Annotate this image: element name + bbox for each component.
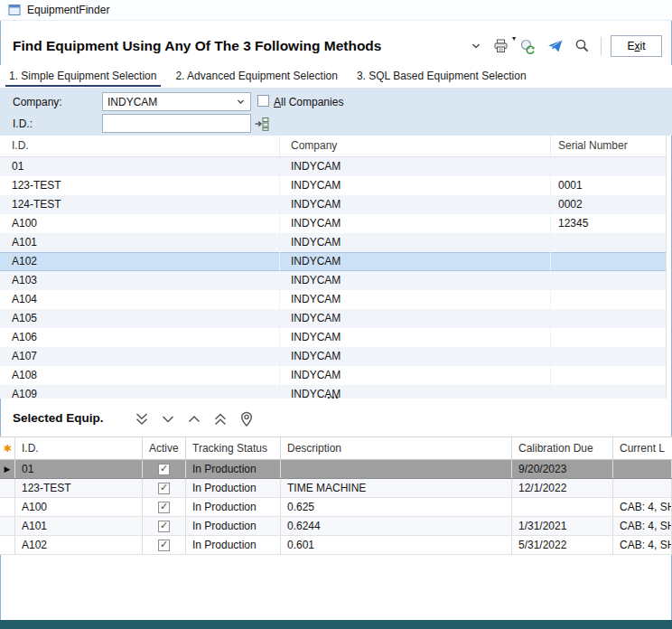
- move-down-button[interactable]: [156, 408, 179, 430]
- company-dropdown[interactable]: INDYCAM: [102, 92, 251, 111]
- page-title: Find Equipment Using Any Of The 3 Follow…: [13, 38, 381, 54]
- equipment-row[interactable]: 124-TESTINDYCAM0002: [0, 195, 666, 214]
- column-header-calibration-due[interactable]: Calibration Due: [512, 437, 613, 459]
- column-header-id[interactable]: I.D.: [0, 136, 280, 156]
- cell-company: INDYCAM: [280, 328, 551, 347]
- search-icon: [574, 38, 590, 53]
- locate-button[interactable]: [235, 408, 257, 430]
- company-label: Company:: [13, 96, 62, 108]
- all-companies-label: All Companies: [274, 96, 343, 108]
- row-selector-cell: ▶: [0, 460, 15, 478]
- active-checkbox[interactable]: ✓: [158, 540, 170, 551]
- check-icon: ✓: [160, 483, 168, 493]
- cell-id: A103: [0, 271, 280, 290]
- cell-id: 01: [15, 460, 143, 478]
- double-chevron-up-icon: [211, 410, 229, 428]
- cell-serial-number: 0002: [551, 195, 666, 214]
- row-selector-cell: [0, 517, 15, 535]
- company-dropdown-value: INDYCAM: [107, 96, 236, 108]
- print-dropdown-caret-icon: ▾: [512, 34, 516, 42]
- column-header-description[interactable]: Description: [281, 437, 512, 459]
- equipment-row[interactable]: A101INDYCAM: [0, 233, 666, 252]
- app-icon: [8, 4, 21, 16]
- selected-row[interactable]: 123-TEST✓In ProductionTIME MACHINE12/1/2…: [0, 479, 672, 498]
- equipment-row[interactable]: A105INDYCAM: [0, 309, 666, 328]
- cell-serial-number: [551, 309, 666, 328]
- column-header-tracking-status[interactable]: Tracking Status: [186, 437, 281, 459]
- search-button[interactable]: [573, 37, 592, 54]
- equipment-row[interactable]: 123-TESTINDYCAM0001: [0, 176, 666, 195]
- equipment-row[interactable]: 01INDYCAM: [0, 157, 666, 176]
- column-header-current-location[interactable]: Current L: [613, 437, 672, 459]
- id-label: I.D.:: [13, 117, 33, 130]
- toolbar-separator: [601, 37, 602, 55]
- send-icon: [546, 38, 565, 54]
- dropdown-chevron-button[interactable]: [468, 39, 484, 53]
- cell-company: INDYCAM: [280, 366, 551, 385]
- equipment-row[interactable]: A100INDYCAM12345: [0, 214, 666, 233]
- cell-active: ✓: [143, 460, 186, 478]
- exit-button[interactable]: Exit: [611, 35, 662, 57]
- asterisk-icon: ✱: [3, 443, 11, 454]
- cell-serial-number: [551, 347, 666, 366]
- cell-company: INDYCAM: [280, 157, 551, 176]
- cell-id: 123-TEST: [15, 479, 143, 497]
- column-header-active[interactable]: Active: [143, 437, 186, 459]
- cell-current-location: CAB: 4, SH: [613, 498, 672, 516]
- chevron-down-icon: [159, 410, 177, 428]
- cell-company: INDYCAM: [280, 271, 551, 290]
- cell-serial-number: [551, 290, 666, 309]
- active-checkbox[interactable]: ✓: [158, 483, 170, 494]
- send-button[interactable]: [545, 37, 566, 55]
- move-up-button[interactable]: [182, 408, 205, 430]
- all-companies-rest: ll Companies: [281, 96, 343, 108]
- cell-current-location: CAB: 4, SH: [613, 536, 672, 554]
- cell-active: ✓: [143, 479, 186, 497]
- cell-id: A101: [0, 233, 280, 252]
- selected-row[interactable]: A101✓In Production0.62441/31/2021CAB: 4,…: [0, 517, 672, 536]
- equipment-row[interactable]: A103INDYCAM: [0, 271, 666, 290]
- cell-company: INDYCAM: [280, 385, 551, 399]
- refresh-data-button[interactable]: [518, 37, 538, 55]
- selected-row[interactable]: ▶01✓In Production9/20/2023: [0, 460, 672, 479]
- equipment-row[interactable]: A106INDYCAM: [0, 328, 666, 347]
- active-checkbox[interactable]: ✓: [158, 464, 170, 475]
- id-lookup-button[interactable]: [254, 115, 272, 133]
- tab-advanced-equipment-selection[interactable]: 2. Advanced Equipment Selection: [170, 65, 343, 88]
- active-checkbox[interactable]: ✓: [158, 502, 170, 513]
- cell-calibration-due: 1/31/2021: [512, 517, 613, 535]
- cell-tracking-status: In Production: [186, 498, 281, 516]
- print-button[interactable]: ▾: [490, 37, 511, 55]
- active-checkbox[interactable]: ✓: [158, 521, 170, 532]
- selected-equip-title: Selected Equip.: [13, 411, 104, 425]
- all-companies-checkbox[interactable]: [257, 95, 269, 107]
- cell-company: INDYCAM: [280, 233, 551, 252]
- column-header-company[interactable]: Company: [280, 136, 551, 156]
- id-input[interactable]: [102, 114, 251, 133]
- cell-id: 124-TEST: [0, 195, 280, 214]
- equipment-row[interactable]: A107INDYCAM: [0, 347, 666, 366]
- tab-sql-based-equipment-selection[interactable]: 3. SQL Based Equipment Selection: [351, 65, 533, 88]
- selected-row[interactable]: A102✓In Production0.6015/31/2022CAB: 4, …: [0, 536, 672, 555]
- cell-id: A107: [0, 347, 280, 366]
- equipment-row[interactable]: A104INDYCAM: [0, 290, 666, 309]
- cell-company: INDYCAM: [280, 176, 551, 195]
- move-all-up-button[interactable]: [209, 408, 231, 430]
- tab-bar: 1. Simple Equipment Selection 2. Advance…: [0, 65, 672, 88]
- column-header-id[interactable]: I.D.: [15, 437, 143, 459]
- location-pin-icon: [238, 410, 256, 428]
- column-header-serial-number[interactable]: Serial Number: [551, 136, 666, 156]
- tab-simple-equipment-selection[interactable]: 1. Simple Equipment Selection: [4, 65, 163, 88]
- equipment-row[interactable]: A108INDYCAM: [0, 366, 666, 385]
- cell-description: TIME MACHINE: [281, 479, 512, 497]
- move-all-down-button[interactable]: [130, 408, 153, 430]
- selected-row[interactable]: A100✓In Production0.625CAB: 4, SH: [0, 498, 672, 517]
- equipment-row[interactable]: A109INDYCAM: [0, 385, 666, 399]
- cell-serial-number: [551, 328, 666, 347]
- cell-company: INDYCAM: [280, 347, 551, 366]
- cell-active: ✓: [143, 498, 186, 516]
- cell-active: ✓: [143, 536, 186, 554]
- equipment-row[interactable]: A102INDYCAM: [0, 252, 666, 271]
- cell-id: A100: [0, 214, 280, 233]
- cell-serial-number: [551, 271, 666, 290]
